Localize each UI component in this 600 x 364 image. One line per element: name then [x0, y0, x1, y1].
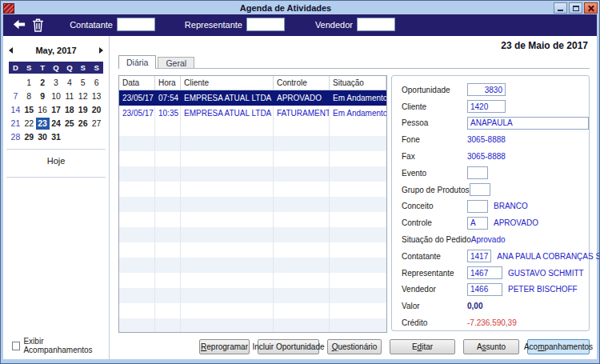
today-button[interactable]: Hoje — [3, 150, 109, 172]
controle-input[interactable]: A — [467, 217, 488, 230]
table-row-empty[interactable] — [119, 182, 386, 197]
back-icon[interactable] — [11, 17, 27, 33]
conceito-input[interactable] — [467, 200, 488, 213]
field-credito: Crédito-7.236.590,39 — [402, 314, 589, 331]
calendar-day-19[interactable]: 19 — [76, 104, 90, 116]
incluir-oportunidade-button[interactable]: Incluir Oportunidade — [258, 339, 319, 354]
toolbar-contatante-input[interactable] — [117, 18, 155, 31]
cliente-input[interactable]: 1420 — [467, 100, 506, 113]
cell — [155, 258, 181, 273]
vendedor-input[interactable]: 1466 — [467, 283, 502, 296]
cell — [119, 121, 155, 136]
checkbox-icon[interactable] — [12, 342, 20, 350]
toolbar-field-label: Representante — [178, 20, 242, 30]
calendar-day-27[interactable]: 27 — [90, 118, 103, 130]
calendar-day-2[interactable]: 2 — [36, 77, 50, 89]
calendar-day-15[interactable]: 15 — [22, 104, 36, 116]
evento-input[interactable] — [467, 166, 488, 179]
calendar-day-24[interactable]: 24 — [50, 118, 63, 130]
calendar-day-6[interactable]: 6 — [90, 77, 103, 89]
cell — [155, 212, 181, 227]
table-row-empty[interactable] — [119, 166, 386, 182]
tab-diaria[interactable]: Diária — [118, 55, 156, 69]
maximize-button[interactable] — [569, 2, 582, 14]
cell — [119, 227, 155, 242]
table-row-empty[interactable] — [119, 318, 386, 333]
acompanhamentos-button[interactable]: Acompanhamentos — [527, 339, 590, 354]
pessoa-input[interactable]: ANAPAULA — [467, 117, 589, 130]
show-followups-checkbox[interactable]: Exibir Acompanhamentos — [12, 337, 109, 354]
calendar-day-10[interactable]: 10 — [50, 90, 63, 102]
close-button[interactable] — [584, 2, 598, 14]
oportunidade-input[interactable]: 3830 — [467, 83, 506, 96]
window-title: Agenda de Atividades — [18, 3, 554, 13]
table-row-empty[interactable] — [119, 288, 386, 303]
table-row[interactable]: 23/05/1710:35EMPRESA ATUAL LTDAFATURAMEN… — [119, 106, 386, 121]
calendar-day-11[interactable]: 11 — [62, 90, 76, 102]
selected-date-header: 23 de Maio de 2017 — [118, 36, 590, 55]
table-row-empty[interactable] — [119, 273, 386, 288]
calendar-day-18[interactable]: 18 — [62, 104, 76, 116]
grupo-de-produtos-input[interactable] — [470, 183, 490, 196]
calendar-day-17[interactable]: 17 — [50, 104, 63, 116]
cell — [274, 258, 330, 273]
calendar-day-20[interactable]: 20 — [90, 104, 103, 116]
table-row-empty[interactable] — [119, 227, 386, 242]
calendar-day-13[interactable]: 13 — [90, 90, 103, 102]
table-row-empty[interactable] — [119, 121, 386, 136]
trash-icon[interactable] — [32, 18, 44, 32]
calendar-day-12[interactable]: 12 — [76, 90, 90, 102]
maximize-icon — [573, 6, 579, 11]
calendar-day-14[interactable]: 14 — [9, 104, 22, 116]
calendar-day-31[interactable]: 31 — [50, 131, 63, 143]
field-pessoa: PessoaANAPAULA — [402, 115, 589, 132]
editar-button[interactable]: Editar — [390, 339, 455, 354]
cell — [274, 197, 330, 212]
contatante-input[interactable]: 1417 — [467, 250, 491, 262]
calendar-day-8[interactable]: 8 — [22, 90, 36, 102]
table-header-row: DataHoraClienteControleSituação — [119, 76, 386, 90]
cell — [119, 212, 155, 227]
reprogramar-button[interactable]: Reprogramar — [199, 339, 250, 354]
table-row-empty[interactable] — [119, 197, 386, 212]
calendar-day-28[interactable]: 28 — [9, 131, 22, 143]
cell — [155, 151, 181, 166]
calendar-day-7[interactable]: 7 — [9, 90, 22, 102]
toolbar-field-representante: Representante — [178, 18, 285, 31]
field-label: Situação do Pedido — [402, 235, 471, 244]
cell — [274, 273, 330, 288]
calendar-day-9[interactable]: 9 — [36, 90, 50, 102]
calendar-day-5[interactable]: 5 — [76, 77, 90, 89]
toolbar-representante-input[interactable] — [246, 18, 285, 31]
table-row-empty[interactable] — [119, 258, 386, 273]
calendar-day-16[interactable]: 16 — [36, 104, 50, 116]
calendar-day-22[interactable]: 22 — [22, 118, 36, 130]
minimize-button[interactable] — [554, 2, 567, 14]
calendar-day-3[interactable]: 3 — [50, 77, 63, 89]
representante-input[interactable]: 1467 — [467, 266, 502, 279]
toolbar-field-vendedor: Vendedor — [289, 18, 395, 31]
tab-geral[interactable]: Geral — [158, 57, 194, 68]
questionario-button[interactable]: Questionário — [327, 339, 382, 354]
app-icon — [3, 3, 14, 14]
table-row-empty[interactable] — [119, 212, 386, 227]
calendar-day-23[interactable]: 23 — [36, 118, 50, 130]
cell — [155, 182, 181, 197]
table-row-empty[interactable] — [119, 136, 386, 151]
calendar-day-26[interactable]: 26 — [76, 118, 90, 130]
content: May, 2017 DSTQQSS 1234567891011121314151… — [3, 36, 597, 359]
table-row-empty[interactable] — [119, 303, 386, 318]
calendar-day-30[interactable]: 30 — [36, 131, 50, 143]
table-row-empty[interactable] — [119, 151, 386, 166]
calendar-day-29[interactable]: 29 — [22, 131, 36, 143]
assunto-button[interactable]: Assunto — [463, 339, 519, 354]
table-row[interactable]: 23/05/1707:54EMPRESA ATUAL LTDAAPROVADOE… — [119, 90, 386, 106]
calendar-day-21[interactable]: 21 — [9, 118, 22, 130]
calendar-day-25[interactable]: 25 — [62, 118, 76, 130]
table-row-empty[interactable] — [119, 242, 386, 258]
close-icon — [587, 5, 594, 12]
calendar-day-4[interactable]: 4 — [62, 77, 76, 89]
toolbar-vendedor-input[interactable] — [357, 18, 395, 31]
next-month-icon[interactable] — [99, 47, 103, 54]
calendar-day-1[interactable]: 1 — [22, 77, 36, 89]
